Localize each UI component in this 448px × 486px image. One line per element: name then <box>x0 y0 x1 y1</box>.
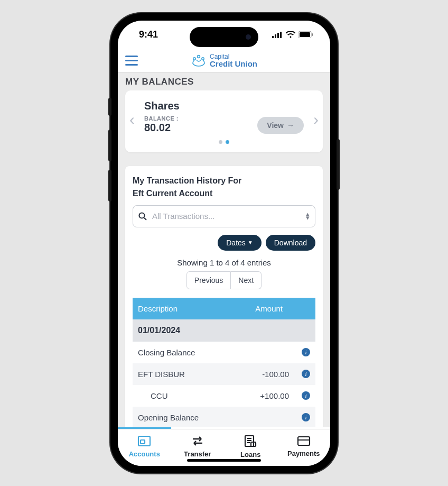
tab-label: Payments <box>287 450 320 457</box>
cellular-icon <box>272 32 283 38</box>
row-desc: EFT DISBUR <box>138 370 223 379</box>
svg-rect-19 <box>298 437 310 445</box>
payments-icon <box>297 436 311 446</box>
svg-rect-1 <box>275 34 276 38</box>
balances-title: MY BALANCES <box>118 72 330 90</box>
date-group-row: 01/01/2024 <box>133 319 315 342</box>
chevron-down-icon: ▼ <box>248 240 253 245</box>
tab-accounts[interactable]: Accounts <box>118 429 171 466</box>
view-button[interactable]: View → <box>257 117 304 134</box>
balance-next-button[interactable]: › <box>313 111 319 129</box>
side-button <box>108 98 111 116</box>
home-indicator <box>187 459 261 462</box>
dates-button-label: Dates <box>226 239 246 247</box>
phone-frame: 9:41 Capital Credit Union <box>110 13 338 473</box>
tx-title-line2: Eft Current Account <box>133 187 315 200</box>
brand-logo: Capital Credit Union <box>191 53 257 68</box>
svg-point-8 <box>193 58 195 60</box>
prev-button[interactable]: Previous <box>186 271 231 289</box>
tab-label: Accounts <box>129 450 160 458</box>
menu-button[interactable] <box>125 56 138 66</box>
table-header: Description Amount <box>133 298 315 319</box>
header-description: Description <box>138 304 220 313</box>
transaction-search[interactable]: ▴▾ <box>133 205 315 227</box>
svg-point-7 <box>198 56 200 58</box>
svg-rect-2 <box>277 33 279 38</box>
screen: 9:41 Capital Credit Union <box>118 21 330 466</box>
transactions-table: Description Amount 01/01/2024 Closing Ba… <box>133 298 315 427</box>
svg-rect-13 <box>141 440 145 444</box>
info-icon[interactable]: i <box>302 413 310 421</box>
dates-button[interactable]: Dates ▼ <box>218 235 261 251</box>
info-icon[interactable]: i <box>302 370 310 378</box>
entries-summary-top: Showing 1 to 4 of 4 entries <box>133 258 315 267</box>
next-button[interactable]: Next <box>231 271 262 289</box>
account-name: Shares <box>144 100 304 112</box>
header-amount: Amount <box>220 304 310 313</box>
svg-point-9 <box>202 58 204 60</box>
svg-rect-5 <box>300 32 310 37</box>
info-icon[interactable]: i <box>302 348 310 356</box>
svg-line-11 <box>144 218 146 220</box>
info-icon[interactable]: i <box>302 391 310 400</box>
carousel-dots <box>144 140 304 144</box>
carousel-dot[interactable] <box>219 140 222 144</box>
row-desc: Closing Balance <box>138 348 223 357</box>
carousel-dot[interactable] <box>226 140 229 144</box>
svg-point-10 <box>139 213 145 218</box>
download-button-label: Download <box>274 239 307 247</box>
wifi-icon <box>286 31 295 38</box>
view-button-label: View <box>267 121 284 130</box>
row-amt: -100.00 <box>223 370 310 379</box>
row-amt: +100.00 <box>229 391 310 400</box>
sort-icon[interactable]: ▴▾ <box>306 213 310 219</box>
balance-label: BALANCE : <box>144 115 179 122</box>
search-icon <box>138 212 147 221</box>
transactions-card: My Transaction History For Eft Current A… <box>125 166 323 427</box>
table-row: CCU +100.00 i <box>133 385 315 407</box>
balance-card: ‹ › Shares BALANCE : 80.02 View → <box>125 90 323 152</box>
table-row: Closing Balance i <box>133 342 315 363</box>
side-button <box>337 139 340 190</box>
svg-rect-6 <box>312 33 313 36</box>
logo-icon <box>191 53 207 68</box>
tab-label: Loans <box>240 451 260 459</box>
download-button[interactable]: Download <box>266 235 315 251</box>
status-time: 9:41 <box>139 29 158 40</box>
pager-top: Previous Next <box>133 271 315 289</box>
accounts-icon <box>137 435 151 447</box>
tx-title-line1: My Transaction History For <box>133 175 315 187</box>
brand-line1: Capital <box>210 53 257 60</box>
content-scroll[interactable]: MY BALANCES ‹ › Shares BALANCE : 80.02 V… <box>118 72 330 427</box>
row-desc: CCU <box>138 391 229 400</box>
svg-rect-3 <box>280 32 282 38</box>
tab-label: Transfer <box>184 450 211 458</box>
table-row: EFT DISBUR -100.00 i <box>133 363 315 385</box>
transfer-icon <box>191 435 204 447</box>
table-row: Opening Balance i <box>133 407 315 427</box>
dynamic-island <box>190 27 258 47</box>
app-header: Capital Credit Union <box>118 49 330 72</box>
balance-prev-button[interactable]: ‹ <box>129 111 135 129</box>
balance-amount: 80.02 <box>144 122 179 134</box>
battery-icon <box>298 31 313 38</box>
row-desc: Opening Balance <box>138 413 223 422</box>
arrow-right-icon: → <box>287 121 294 130</box>
status-icons <box>272 31 313 38</box>
svg-rect-0 <box>272 36 274 38</box>
tab-payments[interactable]: Payments <box>277 429 331 466</box>
brand-line2: Credit Union <box>210 60 257 68</box>
side-button <box>108 130 111 161</box>
side-button <box>108 170 111 201</box>
search-input[interactable] <box>152 212 306 221</box>
loans-icon <box>244 435 257 447</box>
